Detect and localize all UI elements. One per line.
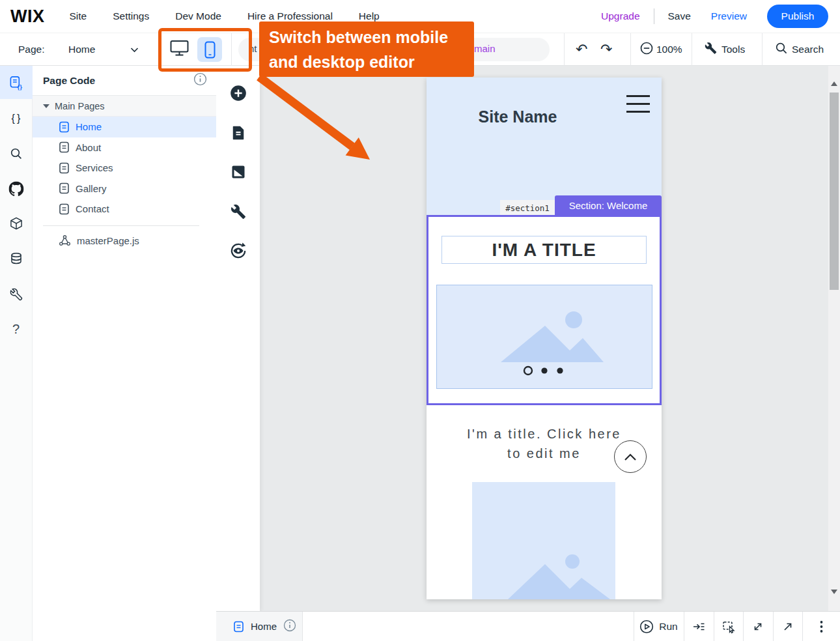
page-item-home[interactable]: Home xyxy=(33,117,216,137)
section-badge[interactable]: Section: Welcome xyxy=(555,195,662,215)
search-icon[interactable] xyxy=(775,42,788,57)
menu-help[interactable]: Help xyxy=(359,10,380,22)
page-item-services[interactable]: Services xyxy=(33,158,216,178)
selected-section-welcome[interactable]: I'M A TITLE xyxy=(427,215,662,405)
section-id-tag: #section1 xyxy=(500,200,555,216)
packages-icon[interactable] xyxy=(9,217,23,231)
callout-line2: and desktop editor xyxy=(269,50,474,74)
github-icon[interactable] xyxy=(8,182,23,197)
page-item-label: Gallery xyxy=(76,183,107,194)
page-item-contact[interactable]: Contact xyxy=(33,199,216,220)
run-button[interactable]: Run xyxy=(634,612,684,641)
undo-icon[interactable]: ↶ xyxy=(576,41,587,58)
menu-hire-a-professional[interactable]: Hire a Professional xyxy=(247,10,333,22)
open-external-icon[interactable] xyxy=(773,612,802,641)
page-code-panel: Page Code Main Pages Home About Services… xyxy=(33,66,216,641)
zoom-out-icon[interactable] xyxy=(640,42,653,57)
group-label: Main Pages xyxy=(55,101,105,111)
upgrade-link[interactable]: Upgrade xyxy=(601,10,639,22)
slideshow-dot-active xyxy=(524,367,532,375)
dev-tools-wrench-icon[interactable] xyxy=(231,204,246,222)
select-element-icon[interactable] xyxy=(714,612,743,641)
tools-wrench-icon[interactable] xyxy=(705,42,717,57)
menu-dev-mode[interactable]: Dev Mode xyxy=(175,10,221,22)
hidden-elements-icon[interactable] xyxy=(229,242,247,263)
svg-text:{}: {} xyxy=(17,83,22,91)
toolbar-divider xyxy=(564,33,565,66)
slideshow-dot xyxy=(541,367,547,373)
site-header-element[interactable]: Site Name xyxy=(427,78,662,215)
menu-site[interactable]: Site xyxy=(70,10,87,22)
panel-title: Page Code xyxy=(43,75,95,87)
page-item-label: Home xyxy=(76,121,102,132)
page-item-gallery[interactable]: Gallery xyxy=(33,178,216,199)
annotation-callout: Switch between mobile and desktop editor xyxy=(259,21,474,77)
more-options-kebab-icon[interactable] xyxy=(802,612,840,641)
console-toggle-icon[interactable] xyxy=(684,612,714,641)
toolbar-divider xyxy=(762,33,763,66)
master-page-label: masterPage.js xyxy=(77,235,139,246)
dev-mode-sidebar: {} { } ? xyxy=(0,66,33,641)
search-button[interactable]: Search xyxy=(792,44,824,55)
publish-button[interactable]: Publish xyxy=(767,5,828,28)
page-item-about[interactable]: About xyxy=(33,137,216,158)
redo-icon[interactable]: ↷ xyxy=(600,41,612,58)
expand-panel-icon[interactable] xyxy=(743,612,773,641)
section-below[interactable]: I'm a title. Click here to edit me xyxy=(427,405,662,599)
image-placeholder-slideshow[interactable] xyxy=(436,285,652,389)
tools-button[interactable]: Tools xyxy=(721,44,745,55)
wix-editor-window: WIX Site Settings Dev Mode Hire a Profes… xyxy=(0,0,840,641)
wix-logo[interactable]: WIX xyxy=(10,7,45,27)
tab-info-icon[interactable] xyxy=(283,619,296,634)
toolbar-divider xyxy=(630,33,631,66)
page-item-label: Contact xyxy=(76,203,109,214)
sidebar-search-icon[interactable] xyxy=(10,147,23,160)
page-panel-icon[interactable] xyxy=(231,125,246,143)
add-element-icon[interactable] xyxy=(229,85,247,105)
page-selector-value[interactable]: Home xyxy=(68,44,95,55)
page-label: Page: xyxy=(18,44,45,55)
collapse-triangle-icon xyxy=(43,104,49,108)
page-item-label: Services xyxy=(76,162,113,173)
callout-line1: Switch between mobile xyxy=(269,25,474,50)
run-label: Run xyxy=(659,621,677,633)
topbar-divider xyxy=(654,8,654,24)
canvas-scrollbar[interactable] xyxy=(828,66,840,611)
zoom-level-value[interactable]: 100% xyxy=(656,44,682,55)
save-button[interactable]: Save xyxy=(668,10,691,22)
hamburger-menu-icon[interactable] xyxy=(626,95,650,119)
scrollbar-down-arrow[interactable] xyxy=(831,590,837,594)
code-tab-home[interactable]: Home xyxy=(216,612,303,641)
code-files-icon[interactable]: { } xyxy=(12,113,21,124)
rail-tools-icon[interactable] xyxy=(10,289,22,301)
database-icon[interactable] xyxy=(10,252,23,265)
preview-button[interactable]: Preview xyxy=(711,10,747,22)
media-icon[interactable] xyxy=(231,164,246,182)
help-icon[interactable]: ? xyxy=(12,322,20,337)
code-panel-bottom-bar: Home Run xyxy=(216,611,840,641)
annotation-highlight-rect xyxy=(158,28,252,72)
title-text-element[interactable]: I'M A TITLE xyxy=(441,236,647,264)
code-tab-label: Home xyxy=(251,621,277,632)
branch-label: main xyxy=(474,43,496,54)
main-pages-group[interactable]: Main Pages xyxy=(33,96,216,117)
back-to-top-button[interactable] xyxy=(614,440,647,473)
page-code-icon[interactable]: {} xyxy=(8,76,23,91)
slideshow-dot xyxy=(557,367,563,373)
menu-settings[interactable]: Settings xyxy=(113,10,149,22)
toolbar-divider xyxy=(692,33,692,66)
page-item-label: About xyxy=(76,142,101,153)
info-icon[interactable] xyxy=(193,72,207,89)
editor-tool-strip xyxy=(216,66,260,611)
site-name-text[interactable]: Site Name xyxy=(453,107,583,126)
scrollbar-up-arrow[interactable] xyxy=(831,81,837,86)
scrollbar-thumb[interactable] xyxy=(830,93,839,290)
image-placeholder-2[interactable] xyxy=(472,482,615,599)
panel-divider xyxy=(43,225,199,226)
master-page-item[interactable]: masterPage.js xyxy=(33,231,216,251)
mobile-preview-card: Site Name #section1 Section: Welcome I'M… xyxy=(427,78,662,599)
annotation-arrow xyxy=(254,73,384,171)
chevron-down-icon[interactable] xyxy=(130,44,139,55)
